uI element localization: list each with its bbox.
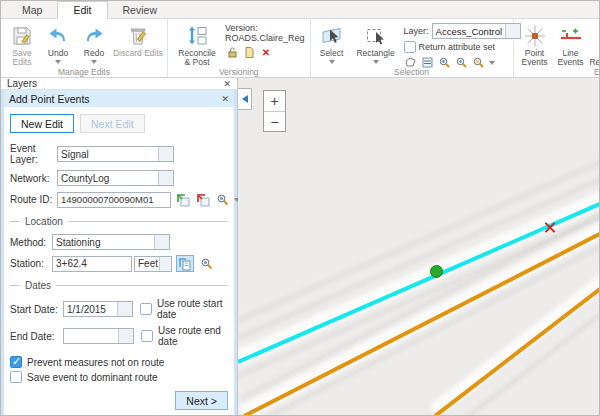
zoom-to-route-icon[interactable] [215, 191, 231, 208]
network-dropdown[interactable]: CountyLog [57, 170, 174, 186]
start-date-caret[interactable] [117, 302, 132, 316]
selection-more-caret[interactable] [489, 61, 495, 65]
route-id-combobox[interactable]: 14900000700090M01 [57, 192, 171, 208]
tab-review[interactable]: Review [108, 2, 172, 18]
prevent-measures-label: Prevent measures not on route [27, 357, 164, 368]
layer-label: Layer: [404, 26, 429, 36]
event-layer-dropdown[interactable]: Signal [57, 146, 174, 162]
return-attribute-set-checkbox[interactable] [404, 41, 416, 53]
location-section-separator: Location [10, 216, 228, 227]
new-version-icon[interactable] [242, 45, 256, 59]
selection-options: Layer: Access_Control Return attribute s… [402, 21, 510, 71]
group-versioning: Reconcile & Post Version: ROADS.Claire_R… [168, 19, 311, 77]
line-events-button[interactable]: Line Events [553, 21, 589, 67]
tab-edit[interactable]: Edit [57, 1, 107, 19]
group-label-versioning: Versioning [168, 67, 310, 77]
line-events-icon [559, 23, 583, 49]
version-label: Version: [225, 23, 305, 33]
return-attribute-set-label: Return attribute set [419, 42, 496, 52]
delete-version-icon[interactable]: ✕ [259, 45, 273, 59]
rectangle-select-icon [364, 23, 388, 49]
group-label-manage-edits: Manage Edits [1, 67, 167, 77]
route-id-caret[interactable] [156, 194, 170, 205]
group-manage-edits: Save Edits Undo Redo Discard [1, 19, 168, 77]
station-input[interactable]: 3+62.4 [52, 256, 132, 272]
next-button[interactable]: Next > [175, 391, 228, 410]
end-date-label: End Date: [10, 331, 63, 342]
redo-icon [82, 23, 106, 49]
use-route-start-date-checkbox[interactable] [140, 303, 152, 315]
select-route-on-map-icon[interactable] [175, 191, 191, 208]
reconcile-post-icon [185, 23, 209, 49]
group-label-selection: Selection [311, 67, 513, 77]
save-dominant-route-label: Save event to dominant route [27, 372, 158, 383]
map-view[interactable]: + − [238, 78, 599, 415]
group-edit-events: Point Events Line Events Event Replaceme… [514, 19, 600, 77]
zoom-in-button[interactable]: + [264, 91, 285, 111]
version-value: ROADS.Claire_Reg [225, 33, 305, 43]
save-dominant-route-checkbox[interactable] [10, 371, 22, 383]
prevent-measures-checkbox[interactable] [10, 356, 22, 368]
zoom-out-button[interactable]: − [264, 111, 285, 131]
network-caret[interactable] [158, 171, 173, 185]
point-event-marker[interactable] [430, 265, 443, 278]
end-date-caret[interactable] [118, 329, 133, 343]
rectangle-select-button[interactable]: Rectangle [350, 21, 402, 64]
next-edit-button[interactable]: Next Edit [80, 114, 145, 133]
add-point-events-close-icon[interactable]: ✕ [221, 94, 229, 104]
tab-map[interactable]: Map [7, 2, 57, 18]
redo-dropdown-caret[interactable] [91, 60, 97, 64]
select-dropdown-caret[interactable] [329, 60, 335, 64]
layers-panel-header: Layers ✕ [1, 78, 237, 90]
panel-collapse-tab[interactable] [238, 88, 252, 110]
method-caret[interactable] [154, 235, 169, 249]
undo-icon [46, 23, 70, 49]
application-window: Map Edit Review Save Edits Undo [0, 0, 600, 416]
zoom-to-station-icon[interactable] [198, 255, 216, 272]
station-units-caret[interactable] [159, 257, 171, 271]
use-route-end-date-label: Use route end date [158, 325, 228, 347]
save-edits-button[interactable]: Save Edits [4, 21, 40, 67]
method-label: Method: [10, 237, 52, 248]
use-route-end-date-checkbox[interactable] [141, 330, 153, 342]
add-point-events-header: Add Point Events ✕ [4, 90, 234, 107]
layers-panel-close-icon[interactable]: ✕ [223, 79, 231, 89]
ribbon-tab-bar: Map Edit Review [1, 1, 599, 19]
group-selection: Select Rectangle Layer: Access_Control [311, 19, 514, 77]
network-label: Network: [10, 173, 57, 184]
method-dropdown[interactable]: Stationing [52, 234, 170, 250]
station-cross-marker [543, 221, 556, 234]
layers-panel-title: Layers [7, 78, 37, 89]
start-date-dropdown[interactable]: 1/1/2015 [63, 301, 133, 317]
event-layer-label: Event Layer: [10, 143, 57, 165]
redo-button[interactable]: Redo [76, 21, 112, 64]
version-lock-icon[interactable] [225, 45, 239, 59]
ribbon: Save Edits Undo Redo Discard [1, 19, 599, 78]
layer-dropdown[interactable]: Access_Control [432, 23, 522, 39]
reconcile-post-button[interactable]: Reconcile & Post [171, 21, 223, 67]
point-events-icon [523, 23, 547, 49]
add-point-events-panel: Add Point Events ✕ New Edit Next Edit Ev… [1, 90, 237, 415]
left-panel-stack: Layers ✕ Add Point Events ✕ New Edit Nex… [1, 78, 238, 415]
save-edits-icon [10, 23, 34, 49]
event-layer-caret[interactable] [158, 147, 173, 161]
select-tool-icon [320, 23, 344, 49]
add-point-events-title: Add Point Events [9, 93, 90, 105]
undo-dropdown-caret[interactable] [55, 60, 61, 64]
collapse-left-icon [242, 95, 248, 103]
point-events-button[interactable]: Point Events [517, 21, 553, 67]
clear-route-selection-icon[interactable] [195, 191, 211, 208]
discard-edits-icon [126, 23, 150, 49]
event-replacement-button[interactable]: Event Replacement [589, 21, 600, 67]
discard-edits-button[interactable]: Discard Edits [112, 21, 164, 58]
new-edit-button[interactable]: New Edit [10, 114, 74, 133]
version-controls: Version: ROADS.Claire_Reg ✕ [223, 21, 307, 61]
pick-station-on-map-button[interactable] [176, 255, 194, 272]
end-date-dropdown[interactable] [63, 328, 134, 344]
rectangle-dropdown-caret[interactable] [373, 60, 379, 64]
select-button[interactable]: Select [314, 21, 350, 64]
dates-section-separator: Dates [10, 280, 228, 291]
location-section-label: Location [25, 216, 63, 227]
station-units-dropdown[interactable]: Feet [134, 256, 172, 272]
undo-button[interactable]: Undo [40, 21, 76, 64]
